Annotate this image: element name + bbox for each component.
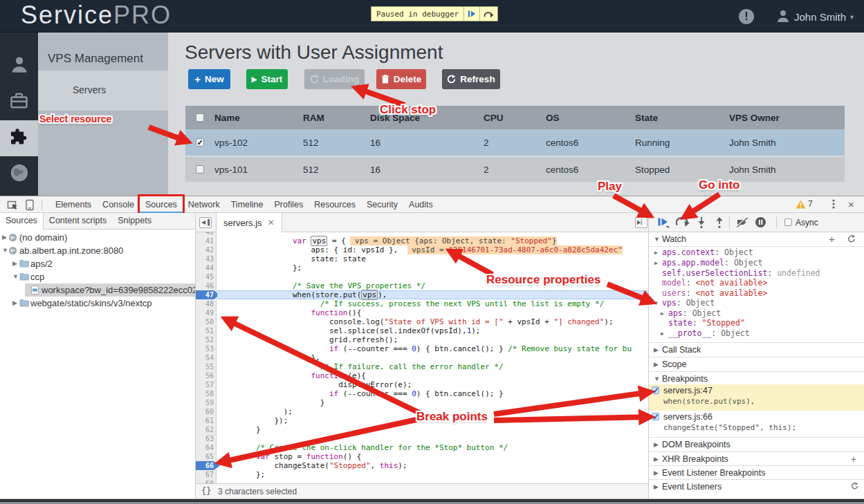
add-icon[interactable]: + — [851, 454, 856, 465]
line-number[interactable]: 54 — [196, 353, 214, 362]
tree-collapsed-icon[interactable]: ▶ — [12, 299, 17, 306]
breakpoint-entry[interactable]: ✓servers.js:47when(store.put(vps), — [649, 384, 864, 411]
line-number[interactable]: 50 — [196, 317, 214, 326]
pause-on-exceptions-button[interactable] — [755, 216, 766, 231]
line-number[interactable]: 61 — [196, 416, 214, 425]
refresh-button[interactable]: Refresh — [442, 69, 500, 89]
device-toggle-icon[interactable] — [25, 199, 35, 214]
tree-item[interactable]: ▼ccp — [0, 270, 196, 283]
step-over-button[interactable] — [676, 216, 690, 230]
line-number[interactable]: 59 — [196, 398, 214, 407]
step-out-button[interactable] — [714, 216, 725, 231]
resume-script-button[interactable] — [463, 7, 479, 21]
editor-tab-servers-js[interactable]: servers.js✕ — [216, 213, 282, 232]
line-number[interactable]: 57 — [196, 380, 214, 389]
watch-section-header[interactable]: ▼ Watch + — [649, 232, 864, 247]
async-checkbox[interactable] — [784, 218, 792, 226]
line-number[interactable]: 43 — [196, 254, 214, 263]
sidebar-item-servers[interactable]: Servers — [38, 71, 168, 111]
editor-gutter[interactable]: 4041424344454647484950515253545556575859… — [196, 232, 217, 483]
tree-expanded-icon[interactable]: ▼ — [2, 247, 8, 254]
expanded-icon[interactable]: ▼ — [654, 300, 658, 306]
devtools-close-icon[interactable]: × — [848, 198, 854, 210]
close-tab-icon[interactable]: ✕ — [268, 218, 275, 227]
alert-icon[interactable]: ! — [739, 9, 754, 24]
breakpoint-checkbox[interactable]: ✓ — [652, 413, 659, 420]
collapsed-icon[interactable]: ▶ — [661, 310, 664, 317]
tab-resources[interactable]: Resources — [309, 196, 361, 213]
refresh-watch-icon[interactable] — [847, 234, 856, 245]
sidebar-nav-puzzle[interactable] — [0, 120, 38, 156]
line-number[interactable]: 46 — [196, 281, 214, 290]
row-checkbox[interactable]: ✓ — [196, 138, 204, 147]
sidebar-nav-user[interactable] — [0, 48, 38, 84]
line-number[interactable]: 53 — [196, 344, 214, 353]
breakpoint-tag[interactable]: 47 — [196, 290, 220, 299]
subtab-snippets[interactable]: Snippets — [112, 213, 157, 230]
tree-item[interactable]: workspace?bw_id=639e9858222ecc02 — [0, 283, 196, 297]
code-editor[interactable]: 4041424344454647484950515253545556575859… — [196, 232, 648, 483]
resume-button[interactable] — [657, 216, 669, 231]
section-event-listener-breakpoints[interactable]: ▶Event Listener Breakpoints — [649, 465, 864, 479]
subtab-content-scripts[interactable]: Content scripts — [44, 213, 112, 230]
tree-collapsed-icon[interactable]: ▶ — [12, 260, 17, 267]
line-number[interactable]: 51 — [196, 326, 214, 335]
new-button[interactable]: +New — [188, 69, 230, 89]
tree-expanded-icon[interactable]: ▼ — [12, 273, 19, 280]
tab-sources[interactable]: Sources — [140, 196, 183, 213]
section-dom-breakpoints[interactable]: ▶DOM Breakpoints — [649, 437, 864, 451]
refresh-icon[interactable] — [851, 481, 858, 492]
collapsed-icon[interactable]: ▶ — [654, 441, 659, 448]
collapsed-icon[interactable]: ▶ — [661, 330, 664, 337]
section-call-stack[interactable]: ▶Call Stack — [649, 342, 864, 356]
tab-timeline[interactable]: Timeline — [226, 196, 269, 213]
user-menu[interactable]: John Smith ▼ — [776, 9, 855, 25]
line-number[interactable]: 65 — [196, 452, 214, 461]
line-number[interactable]: 52 — [196, 335, 214, 344]
tab-network[interactable]: Network — [183, 196, 226, 213]
tab-audits[interactable]: Audits — [403, 196, 439, 213]
line-number[interactable]: 56 — [196, 371, 214, 380]
pretty-print-icon[interactable]: {} — [201, 486, 211, 496]
table-row[interactable]: vps-101512162centos6StoppedJohn Smith — [185, 157, 845, 182]
subtab-sources[interactable]: Sources — [0, 213, 44, 230]
start-button[interactable]: ▶Start — [246, 69, 288, 89]
collapsed-icon[interactable]: ▶ — [654, 361, 659, 368]
header-checkbox[interactable] — [196, 113, 204, 122]
collapsed-icon[interactable]: ▶ — [654, 469, 659, 476]
section-event-listeners[interactable]: ▶Event Listeners — [649, 479, 864, 493]
tab-security[interactable]: Security — [361, 196, 403, 213]
breakpoint-entry[interactable]: ✓servers.js:66changeState("Stopped", thi… — [649, 411, 864, 437]
tree-item[interactable]: ▶webgate/static/skins/v3/nextcp — [0, 297, 196, 310]
line-number[interactable]: 58 — [196, 389, 214, 398]
deactivate-breakpoints-button[interactable] — [736, 216, 748, 231]
devtools-menu-icon[interactable] — [832, 198, 835, 212]
step-over-button-badge[interactable] — [479, 7, 497, 21]
sidebar-nav-briefcase[interactable] — [0, 84, 38, 120]
collapsed-icon[interactable]: ▶ — [654, 260, 658, 266]
collapsed-icon[interactable]: ▶ — [654, 346, 659, 353]
line-number[interactable]: 41 — [196, 236, 214, 245]
row-checkbox[interactable] — [196, 165, 204, 174]
section-xhr-breakpoints[interactable]: ▶XHR Breakpoints+ — [649, 451, 864, 465]
inspect-icon[interactable] — [7, 199, 19, 214]
line-number[interactable]: 42 — [196, 245, 214, 254]
tree-collapsed-icon[interactable]: ▶ — [2, 234, 7, 241]
loading-button[interactable]: Loading — [304, 69, 365, 89]
show-drawer-icon[interactable]: ▶▏ — [635, 217, 647, 228]
collapsed-icon[interactable]: ▶ — [654, 456, 659, 463]
line-number[interactable]: 64 — [196, 443, 214, 452]
section-breakpoints[interactable]: ▼Breakpoints — [649, 371, 864, 385]
collapsed-icon[interactable]: ▶ — [654, 250, 658, 256]
add-watch-icon[interactable]: + — [829, 233, 835, 245]
hide-navigator-icon[interactable]: ◀▐ — [199, 217, 212, 228]
delete-button[interactable]: Delete — [376, 69, 426, 89]
breakpoint-checkbox[interactable]: ✓ — [652, 386, 659, 394]
tab-elements[interactable]: Elements — [50, 196, 97, 213]
tree-item[interactable]: ▶(no domain) — [0, 231, 196, 244]
sidebar-nav-globe[interactable] — [0, 156, 38, 192]
tree-item[interactable]: ▼ab.albert.ap.int.zone:8080 — [0, 244, 196, 257]
line-number[interactable]: 45 — [196, 272, 214, 281]
tree-item[interactable]: ▶aps/2 — [0, 257, 196, 270]
warning-badge[interactable]: 7 — [796, 199, 813, 209]
